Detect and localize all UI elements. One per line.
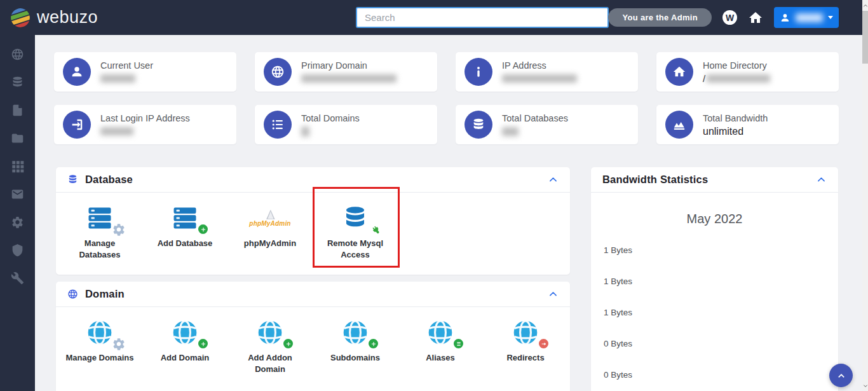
card-title: Primary Domain — [301, 60, 397, 71]
card-primary-domain: Primary Domain — [255, 52, 437, 92]
file-icon — [11, 104, 24, 117]
gear-badge-icon — [112, 337, 126, 351]
tile-add-addon-domain[interactable]: Add Addon Domain — [227, 317, 313, 374]
tile-manage-databases[interactable]: Manage Databases — [57, 203, 142, 260]
card-home-directory: Home Directory / — [656, 52, 839, 92]
user-icon — [63, 58, 91, 86]
axis-tick-label: 1 Bytes — [591, 235, 838, 266]
admin-badge[interactable]: You are the Admin — [608, 8, 712, 27]
sidebar-item-security[interactable] — [0, 236, 35, 264]
server-stack-icon — [86, 205, 114, 231]
scrollbar-up-button[interactable] — [862, 0, 868, 11]
database-icon — [465, 111, 492, 139]
redacted-value — [100, 127, 133, 135]
bandwidth-month-label: May 2022 — [591, 212, 838, 226]
database-icon — [67, 174, 78, 185]
tile-subdomains[interactable]: Subdomains — [313, 317, 398, 374]
sidebar-item-settings[interactable] — [0, 208, 35, 236]
path-prefix: / — [703, 73, 705, 84]
globe-icon — [512, 319, 539, 346]
card-total-bandwidth: Total Bandwidth unlimited — [656, 105, 839, 144]
plus-badge-icon — [197, 223, 209, 235]
plug-badge-icon — [369, 223, 384, 238]
chevron-up-icon — [836, 371, 846, 381]
globe-icon — [86, 319, 114, 346]
scrollbar-down-button[interactable] — [862, 380, 868, 391]
card-total-domains: Total Domains — [255, 105, 437, 144]
card-title: Current User — [100, 60, 153, 71]
globe-icon — [11, 48, 24, 61]
webuzo-logo[interactable]: webuzo — [0, 6, 98, 29]
username-redacted — [796, 13, 823, 22]
scrollbar-track[interactable] — [862, 0, 868, 391]
globe-icon — [67, 289, 78, 299]
phpmyadmin-logo-icon: phpMyAdmin — [249, 209, 290, 227]
tile-add-database[interactable]: Add Database — [142, 203, 227, 260]
collapse-chevron-icon[interactable] — [548, 174, 559, 185]
sidebar-item-domains[interactable] — [0, 40, 35, 68]
card-ip-address: IP Address — [456, 52, 638, 92]
redacted-value — [502, 127, 519, 136]
shield-icon — [11, 244, 24, 257]
chart-area-icon — [665, 111, 693, 139]
tile-redirects[interactable]: Redirects — [483, 317, 568, 374]
topbar: webuzo You are the Admin W — [0, 0, 868, 35]
globe-icon — [341, 319, 369, 346]
sidebar-item-directories[interactable] — [0, 124, 35, 152]
brand-name: webuzo — [37, 8, 98, 27]
redacted-value — [502, 74, 577, 83]
home-icon — [665, 58, 693, 86]
sidebar-item-files[interactable] — [0, 96, 35, 124]
globe-icon — [264, 58, 292, 86]
sign-in-icon — [63, 111, 91, 139]
user-icon — [780, 12, 790, 24]
bandwidth-axis-labels: 1 Bytes 1 Bytes 1 Bytes 0 Bytes 0 Bytes — [591, 235, 838, 390]
tile-remote-mysql-access[interactable]: Remote Mysql Access — [313, 203, 398, 260]
card-last-login-ip: Last Login IP Address — [54, 105, 236, 144]
wordpress-icon[interactable]: W — [722, 10, 737, 25]
bandwidth-panel: Bandwidth Statistics May 2022 1 Bytes 1 … — [591, 167, 838, 391]
sidebar-item-apps[interactable] — [0, 152, 35, 180]
main-content: Current User Primary Domain IP Address H… — [35, 35, 868, 391]
plus-badge-icon — [282, 338, 294, 350]
server-stack-icon — [171, 205, 199, 231]
redacted-value — [707, 74, 770, 83]
user-menu-button[interactable] — [774, 7, 839, 28]
wrench-icon — [11, 271, 24, 285]
card-title: IP Address — [502, 60, 577, 71]
tile-phpmyadmin[interactable]: phpMyAdmin phpMyAdmin — [227, 203, 313, 260]
list-icon — [264, 111, 292, 139]
domain-panel: Domain Manage Domains Add Domain — [56, 282, 570, 391]
arrow-badge-icon — [538, 338, 550, 350]
globe-icon — [171, 319, 199, 346]
card-title: Last Login IP Address — [100, 113, 190, 123]
app-grid-icon — [11, 160, 24, 173]
card-title: Total Domains — [301, 113, 360, 123]
globe-icon — [256, 319, 284, 346]
search-input[interactable] — [356, 7, 609, 28]
chevron-down-icon — [863, 383, 868, 388]
database-panel-title: Database — [85, 174, 541, 186]
card-total-databases: Total Databases — [456, 105, 638, 144]
card-title: Total Bandwidth — [703, 113, 768, 123]
tile-add-domain[interactable]: Add Domain — [142, 317, 227, 374]
scrollbar-thumb[interactable] — [862, 11, 868, 64]
sidebar-item-email[interactable] — [0, 180, 35, 208]
tile-manage-domains[interactable]: Manage Domains — [57, 317, 142, 374]
sidebar-item-utilities[interactable] — [0, 264, 35, 292]
domain-panel-title: Domain — [85, 288, 541, 300]
database-icon — [11, 76, 24, 89]
tile-aliases[interactable]: Aliases — [398, 317, 483, 374]
redacted-value — [100, 74, 135, 83]
card-title: Total Databases — [502, 113, 568, 123]
chevron-down-icon — [828, 16, 833, 19]
collapse-chevron-icon[interactable] — [816, 174, 827, 185]
sidebar-item-databases[interactable] — [0, 68, 35, 96]
mail-icon — [11, 188, 24, 201]
webuzo-sphere-icon — [9, 6, 32, 29]
axis-tick-label: 1 Bytes — [591, 297, 838, 328]
scroll-to-top-button[interactable] — [829, 364, 853, 387]
collapse-chevron-icon[interactable] — [548, 289, 559, 299]
home-icon[interactable] — [748, 10, 763, 25]
redacted-value — [301, 74, 397, 83]
